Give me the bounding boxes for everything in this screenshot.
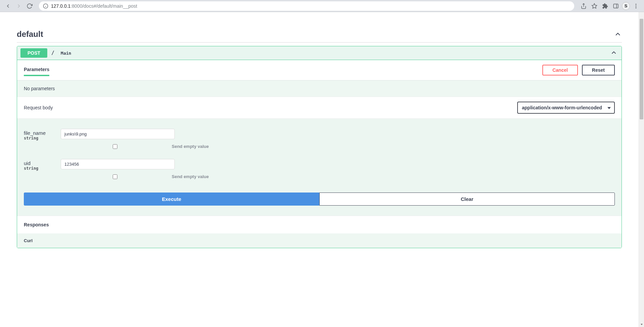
tag-name: default — [17, 30, 43, 39]
param-type: string — [24, 136, 54, 141]
send-empty-checkbox[interactable] — [113, 174, 117, 179]
forward-button[interactable] — [14, 1, 23, 11]
execute-button[interactable]: Execute — [24, 193, 319, 206]
profile-avatar[interactable]: S — [622, 2, 630, 10]
curl-header: Curl — [17, 233, 622, 248]
svg-point-8 — [636, 5, 637, 6]
request-body-header: Request body application/x-www-form-urle… — [17, 97, 622, 119]
back-button[interactable] — [3, 1, 13, 11]
scrollbar-thumb[interactable] — [640, 19, 643, 119]
content-type-select[interactable]: application/x-www-form-urlencoded — [517, 102, 615, 114]
param-row-file-name: file_name string — [24, 129, 615, 141]
page-viewport: /openapi.json default POST / Main Para — [0, 12, 644, 327]
responses-header: Responses — [17, 216, 622, 233]
reset-button[interactable]: Reset — [582, 65, 615, 75]
uid-input[interactable] — [61, 159, 175, 169]
svg-marker-10 — [641, 324, 643, 325]
parameters-tab[interactable]: Parameters — [24, 64, 49, 76]
request-body-label: Request body — [24, 105, 53, 110]
browser-toolbar: 127.0.0.1:8000/docs#/default/main__post … — [0, 0, 644, 12]
parameters-header: Parameters Cancel Reset — [17, 60, 622, 76]
bookmark-star-icon[interactable] — [590, 1, 599, 11]
svg-rect-5 — [613, 4, 618, 8]
param-type: string — [24, 166, 54, 171]
param-row-uid: uid string — [24, 159, 615, 171]
side-panel-icon[interactable] — [611, 1, 621, 11]
chevron-up-icon — [614, 30, 622, 38]
extensions-icon[interactable] — [600, 1, 610, 11]
request-body-form: file_name string Send empty value u — [17, 119, 622, 216]
no-parameters-message: No parameters — [17, 80, 622, 97]
send-empty-label: Send empty value — [172, 144, 209, 149]
tag-section-header[interactable]: default — [17, 26, 622, 43]
vertical-scrollbar[interactable] — [639, 12, 644, 327]
svg-point-7 — [636, 4, 637, 5]
param-name: uid — [24, 160, 54, 166]
file-name-input[interactable] — [61, 129, 175, 139]
send-empty-row: Send empty value — [113, 174, 615, 179]
http-method-badge: POST — [20, 48, 47, 58]
param-name: file_name — [24, 130, 54, 136]
scroll-down-arrow-icon[interactable] — [639, 322, 644, 327]
send-empty-row: Send empty value — [113, 144, 615, 149]
address-bar[interactable]: 127.0.0.1:8000/docs#/default/main__post — [39, 1, 574, 11]
operation-path: / Main — [51, 50, 71, 56]
share-icon[interactable] — [579, 1, 588, 11]
send-empty-checkbox[interactable] — [113, 144, 117, 149]
site-info-icon[interactable] — [43, 3, 48, 9]
chevron-up-icon — [610, 49, 618, 57]
url-text: 127.0.0.1:8000/docs#/default/main__post — [51, 3, 137, 9]
operation-summary[interactable]: POST / Main — [17, 46, 622, 60]
operation-block: POST / Main Parameters Cancel Reset — [17, 46, 622, 248]
svg-marker-4 — [592, 3, 597, 8]
kebab-menu-icon[interactable] — [631, 1, 641, 11]
send-empty-label: Send empty value — [172, 174, 209, 179]
cancel-button[interactable]: Cancel — [542, 65, 578, 75]
svg-point-9 — [636, 7, 637, 8]
profile-initial: S — [625, 3, 628, 8]
clear-button[interactable]: Clear — [319, 193, 615, 206]
reload-button[interactable] — [25, 1, 34, 11]
